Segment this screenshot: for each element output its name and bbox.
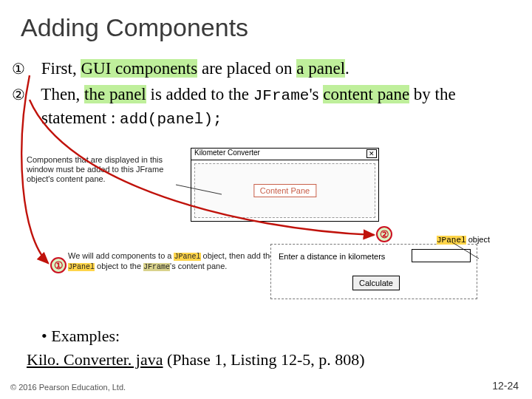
bullet-2-code2: add(panel); — [120, 111, 222, 128]
distance-input[interactable] — [412, 249, 471, 262]
desc-jpanel: We will add components to a JPanel objec… — [68, 251, 282, 272]
badge-1-icon: ① — [50, 257, 66, 273]
bullet-1: ① First, GUI components are placed on a … — [21, 57, 511, 80]
bullet-2-hl2: content pane — [323, 85, 409, 103]
desc2-post: 's content pane. — [170, 262, 227, 270]
jpanel-label-code: JPanel — [437, 236, 466, 245]
examples-heading: • Examples: — [41, 327, 365, 346]
close-icon[interactable]: ✕ — [366, 149, 377, 158]
bullet-1-pre: First, — [37, 59, 81, 78]
bullet-1-marker: ① — [21, 59, 37, 79]
desc2-mid2: object to the — [95, 262, 143, 270]
content-pane-label: Content Pane — [253, 184, 316, 197]
example-link[interactable]: Kilo. Converter. java — [27, 350, 163, 369]
content-pane: Content Pane — [194, 163, 375, 218]
bullet-2-mid2: 's — [309, 85, 323, 103]
bullet-2-hl1: the panel — [84, 85, 146, 103]
desc2-pre: We will add components to a — [68, 251, 174, 260]
desc2-code2: JPanel — [68, 263, 95, 271]
bullet-2-code1: JFrame — [253, 87, 310, 104]
bullet-1-hl2: a panel — [296, 59, 345, 78]
copyright: © 2016 Pearson Education, Ltd. — [10, 383, 126, 392]
desc2-mid1: object, then add the — [201, 251, 275, 260]
calculate-button[interactable]: Calculate — [352, 276, 400, 290]
bullet-1-hl1: GUI components — [81, 59, 197, 78]
desc2-code1: JPanel — [174, 253, 200, 261]
bullet-1-post: . — [345, 59, 349, 78]
bullet-2: ② Then, the panel is added to the JFrame… — [21, 83, 511, 131]
desc2-code3: JFrame — [143, 263, 170, 271]
jframe-window: Kilometer Converter ✕ Content Pane — [191, 148, 379, 222]
badge-2-icon: ② — [376, 226, 392, 242]
bullet-2-mid: is added to the — [146, 85, 253, 103]
jpanel-object-label: JPanel object — [437, 235, 490, 245]
desc-content-pane: Components that are displayed in this wi… — [27, 155, 174, 185]
diagram: Components that are displayed in this wi… — [27, 148, 499, 314]
jpanel-box: Enter a distance in kilometers Calculate — [270, 244, 477, 299]
bullet-2-pre: Then, — [37, 85, 84, 103]
bullet-1-mid: are placed on — [197, 59, 296, 78]
example-ref: (Phase 1, Listing 12-5, p. 808) — [163, 350, 365, 369]
bullet-2-marker: ② — [21, 85, 37, 105]
page-number: 12-24 — [492, 380, 519, 392]
jpanel-label-after: object — [466, 235, 490, 244]
window-titlebar: Kilometer Converter — [191, 149, 378, 160]
page-title: Adding Components — [21, 13, 511, 42]
distance-prompt: Enter a distance in kilometers — [279, 252, 385, 261]
